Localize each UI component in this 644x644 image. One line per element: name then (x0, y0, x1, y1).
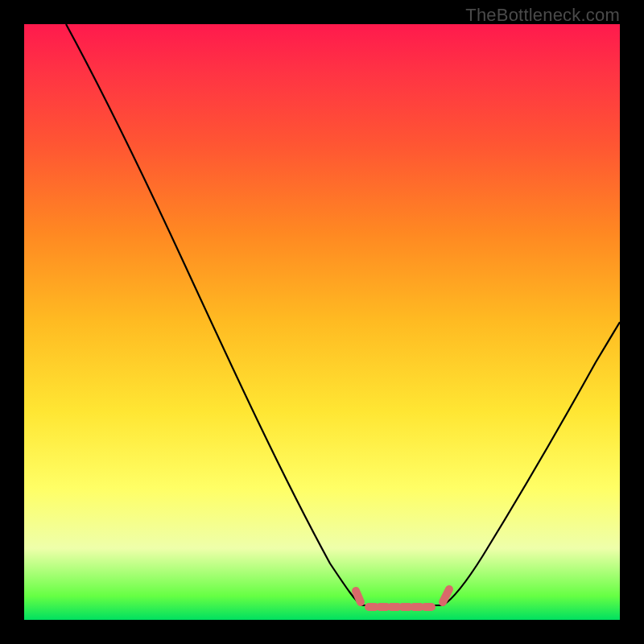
chart-frame: TheBottleneck.com (0, 0, 644, 644)
optimal-marker-band (356, 589, 449, 607)
bottleneck-curve-line (66, 24, 620, 605)
curve-svg (24, 24, 620, 620)
plot-area (24, 24, 620, 620)
watermark-text: TheBottleneck.com (465, 5, 620, 26)
